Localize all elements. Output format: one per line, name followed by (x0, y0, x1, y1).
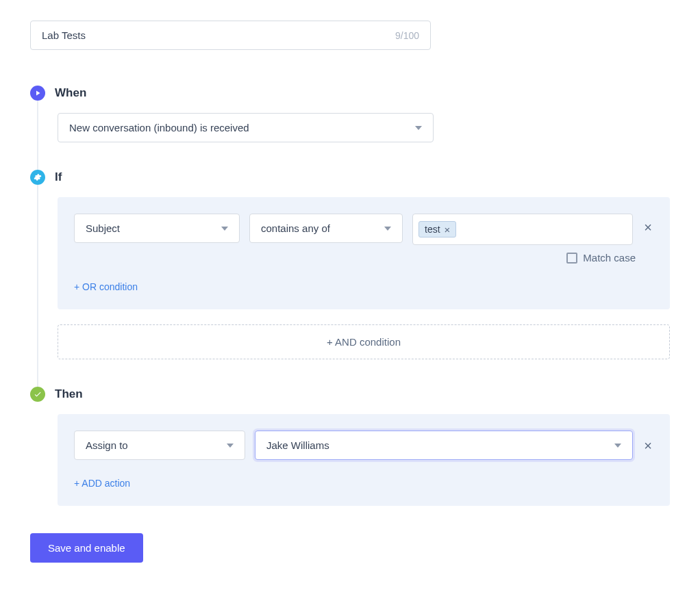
if-label: If (55, 170, 62, 184)
condition-operator-value: contains any of (261, 222, 330, 234)
when-section: When New conversation (inbound) is recei… (30, 86, 670, 142)
tag-label: test (425, 224, 440, 235)
match-case-checkbox[interactable] (566, 253, 577, 264)
when-label: When (55, 86, 86, 100)
condition-card: Subject contains any of test × × (58, 197, 670, 309)
tag-remove-icon[interactable]: × (443, 225, 452, 235)
chevron-down-icon (227, 444, 234, 448)
chevron-down-icon (221, 227, 228, 231)
add-or-condition-button[interactable]: + OR condition (74, 281, 138, 292)
save-and-enable-button[interactable]: Save and enable (30, 533, 143, 563)
rule-name-counter: 9/100 (395, 30, 419, 41)
timeline-line (37, 185, 38, 390)
add-action-button[interactable]: + ADD action (74, 478, 130, 489)
then-value-select[interactable]: Jake Williams (255, 431, 633, 460)
condition-operator-select[interactable]: contains any of (249, 214, 403, 243)
chevron-down-icon (614, 444, 621, 448)
match-case-label: Match case (583, 252, 636, 264)
chevron-down-icon (415, 126, 422, 130)
remove-condition-button[interactable]: × (642, 214, 653, 241)
then-row: Assign to Jake Williams × (74, 431, 653, 460)
remove-action-button[interactable]: × (642, 432, 653, 459)
rule-name-value: Lab Tests (42, 29, 86, 41)
then-label: Then (55, 387, 83, 401)
when-trigger-select[interactable]: New conversation (inbound) is received (58, 113, 434, 142)
condition-field-value: Subject (86, 222, 120, 234)
gear-icon (30, 170, 45, 185)
when-trigger-value: New conversation (inbound) is received (69, 122, 249, 133)
then-value-value: Jake Williams (266, 439, 329, 451)
condition-value-input[interactable]: test × (412, 214, 633, 245)
rule-name-input[interactable]: Lab Tests 9/100 (30, 21, 431, 50)
then-card: Assign to Jake Williams × + ADD action (58, 414, 670, 506)
then-section: Then Assign to Jake Williams × + ADD act… (30, 387, 670, 506)
add-and-condition-button[interactable]: + AND condition (58, 324, 670, 359)
condition-field-select[interactable]: Subject (74, 214, 240, 243)
tag-chip: test × (418, 221, 456, 238)
then-action-select[interactable]: Assign to (74, 431, 245, 460)
play-icon (30, 86, 45, 101)
if-section: If Subject contains any of test (30, 170, 670, 359)
condition-row: Subject contains any of test × × (74, 214, 653, 245)
chevron-down-icon (384, 227, 391, 231)
then-action-value: Assign to (86, 439, 128, 451)
check-icon (30, 387, 45, 402)
